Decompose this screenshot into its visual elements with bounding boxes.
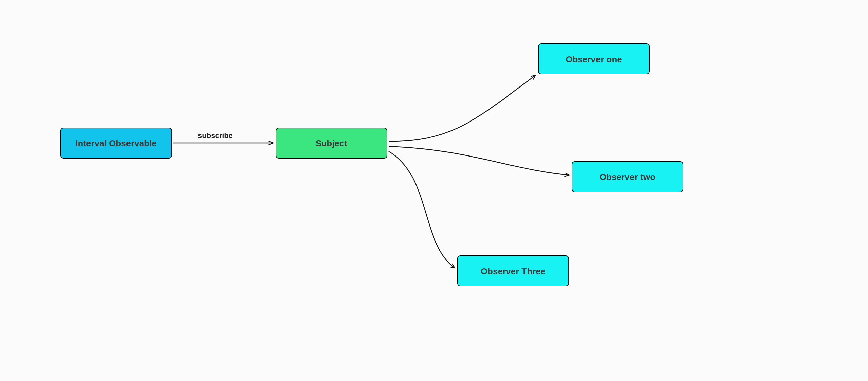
- node-observer-one-label: Observer one: [565, 54, 622, 64]
- node-subject: Subject: [276, 128, 387, 158]
- node-interval-observable: Interval Observable: [61, 128, 172, 158]
- edge-subscribe: subscribe: [173, 131, 273, 143]
- edge-subject-to-observer-two: [389, 146, 568, 175]
- node-observer-two: Observer two: [572, 162, 683, 192]
- edge-subject-to-observer-three: [389, 151, 454, 268]
- node-observer-one: Observer one: [538, 44, 649, 74]
- node-interval-observable-label: Interval Observable: [75, 138, 156, 148]
- observable-subject-diagram: Interval Observable Subject Observer one…: [0, 0, 868, 381]
- edge-subject-to-observer-one: [389, 76, 535, 141]
- node-subject-label: Subject: [316, 138, 347, 148]
- edge-subscribe-label: subscribe: [198, 131, 233, 140]
- node-observer-three-label: Observer Three: [481, 266, 545, 276]
- node-observer-two-label: Observer two: [599, 172, 655, 182]
- node-observer-three: Observer Three: [458, 256, 568, 286]
